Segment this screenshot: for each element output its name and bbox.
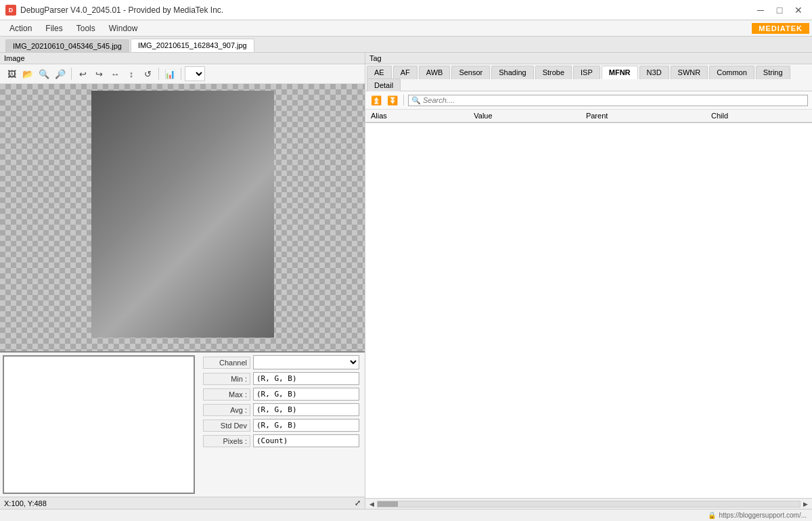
pixels-row: Pixels : (203, 434, 359, 447)
tab-ae[interactable]: AE (367, 66, 392, 79)
content-area: Image 🖼 📂 🔍 🔎 ↩ ↪ ↔ ↕ ↺ 📊 (0, 53, 812, 509)
app-icon: D (5, 5, 16, 16)
menu-files[interactable]: Files (39, 22, 69, 35)
min-row: Min : (203, 372, 359, 385)
image-label: Image (0, 53, 365, 64)
mediatek-logo: MEDIATEK (752, 23, 809, 34)
tool-flip-v-btn[interactable]: ↕ (124, 66, 139, 81)
tag-tabs: AE AF AWB Sensor Shading Strobe ISP MFNR… (365, 64, 812, 91)
menu-tools[interactable]: Tools (70, 22, 102, 35)
scrollbar-thumb (378, 501, 398, 507)
channel-label: Channel (203, 357, 250, 369)
channel-select[interactable] (253, 355, 359, 369)
collapse-all-btn[interactable]: ⏫ (369, 93, 383, 107)
col-value: Value (468, 110, 581, 122)
tab-n3d[interactable]: N3D (639, 66, 669, 79)
image-toolbar: 🖼 📂 🔍 🔎 ↩ ↪ ↔ ↕ ↺ 📊 (0, 64, 365, 84)
close-button[interactable]: ✕ (790, 3, 807, 17)
tab-mfnr[interactable]: MFNR (602, 66, 638, 79)
file-tab-0[interactable]: IMG_20210610_045346_545.jpg (5, 39, 129, 52)
horizontal-scrollbar[interactable] (377, 501, 800, 507)
coord-bar: X:100, Y:488 ⤢ (0, 497, 365, 509)
tool-histogram-btn[interactable]: 📊 (162, 66, 177, 81)
resize-icon: ⤢ (355, 499, 361, 507)
max-row: Max : (203, 388, 359, 401)
search-input[interactable] (423, 96, 805, 104)
scroll-right-arrow[interactable]: ▶ (803, 501, 808, 507)
scroll-left-arrow[interactable]: ◀ (369, 501, 374, 507)
image-canvas[interactable] (0, 84, 365, 351)
tab-awb[interactable]: AWB (419, 66, 451, 79)
min-label: Min : (203, 373, 250, 385)
channel-row: Channel (203, 355, 359, 369)
status-bar: 🔒 https://bloggersupport.com/... (0, 509, 812, 521)
menu-window[interactable]: Window (102, 22, 145, 35)
tag-bottom-bar: ◀ ▶ (365, 498, 812, 509)
status-url: https://bloggersupport.com/... (719, 512, 807, 519)
search-box[interactable]: 🔍 (408, 95, 808, 106)
tool-rotate-right-btn[interactable]: ↪ (91, 66, 106, 81)
tab-swnr[interactable]: SWNR (671, 66, 708, 79)
tag-separator (403, 95, 404, 106)
avg-label: Avg : (203, 404, 250, 416)
tab-strobe[interactable]: Strobe (535, 66, 572, 79)
avg-row: Avg : (203, 403, 359, 416)
maximize-button[interactable]: □ (771, 3, 788, 17)
minimize-button[interactable]: ─ (752, 3, 769, 17)
tool-rotate-left-btn[interactable]: ↩ (75, 66, 90, 81)
menubar: Action Files Tools Window MEDIATEK (0, 20, 812, 37)
tag-toolbar: ⏫ ⏬ 🔍 (365, 91, 812, 110)
main-layout: IMG_20210610_045346_545.jpg IMG_20210615… (0, 37, 812, 521)
pixels-label: Pixels : (203, 435, 250, 447)
right-panel: Tag AE AF AWB Sensor Shading Strobe ISP … (365, 53, 812, 509)
coord-text: X:100, Y:488 (4, 499, 47, 507)
tool-separator-1 (71, 68, 72, 80)
max-input[interactable] (253, 388, 359, 401)
thumbnail (3, 355, 195, 494)
tool-open-btn[interactable]: 🖼 (4, 66, 19, 81)
max-label: Max : (203, 388, 250, 401)
tool-zoom-out-btn[interactable]: 🔎 (53, 66, 68, 81)
tab-common[interactable]: Common (709, 66, 754, 79)
min-input[interactable] (253, 372, 359, 385)
window-controls: ─ □ ✕ (752, 3, 807, 17)
tool-reset-btn[interactable]: ↺ (140, 66, 155, 81)
tab-shading[interactable]: Shading (491, 66, 533, 79)
expand-all-btn[interactable]: ⏬ (386, 93, 399, 107)
tab-isp[interactable]: ISP (573, 66, 600, 79)
stats-panel: Channel Min : Max : (0, 351, 365, 497)
stddev-label: Std Dev (203, 420, 250, 432)
data-table: Alias Value Parent Child (365, 110, 812, 123)
tag-label: Tag (365, 53, 812, 64)
tool-separator-2 (158, 68, 159, 80)
tool-zoom-in-btn[interactable]: 🔍 (37, 66, 51, 81)
status-icon: 🔒 (708, 512, 716, 519)
tab-af[interactable]: AF (393, 66, 418, 79)
zoom-dropdown[interactable] (185, 66, 205, 81)
tab-detail[interactable]: Detail (367, 78, 401, 91)
titlebar: D DebugParser V4.0_2045.01 - Provided by… (0, 0, 812, 20)
tool-separator-3 (181, 68, 181, 80)
menu-action[interactable]: Action (3, 22, 39, 35)
tab-string[interactable]: String (756, 66, 790, 79)
tab-sensor[interactable]: Sensor (451, 66, 490, 79)
col-alias: Alias (365, 110, 468, 122)
stats-form: Channel Min : Max : (198, 353, 365, 497)
stddev-input[interactable] (253, 419, 359, 432)
search-icon: 🔍 (411, 96, 421, 105)
stddev-row: Std Dev (203, 419, 359, 432)
left-panel: Image 🖼 📂 🔍 🔎 ↩ ↪ ↔ ↕ ↺ 📊 (0, 53, 365, 509)
tag-table[interactable]: Alias Value Parent Child (365, 110, 812, 498)
file-tabs: IMG_20210610_045346_545.jpg IMG_20210615… (0, 37, 812, 53)
tool-folder-btn[interactable]: 📂 (20, 66, 35, 81)
title-text: DebugParser V4.0_2045.01 - Provided by M… (20, 5, 752, 15)
pixels-input[interactable] (253, 434, 359, 447)
main-image (91, 91, 274, 338)
col-parent: Parent (581, 110, 706, 122)
file-tab-1[interactable]: IMG_20210615_162843_907.jpg (131, 39, 254, 52)
avg-input[interactable] (253, 403, 359, 416)
tool-flip-h-btn[interactable]: ↔ (108, 66, 122, 81)
col-child: Child (706, 110, 812, 122)
table-header: Alias Value Parent Child (365, 110, 812, 122)
header-row: Alias Value Parent Child (365, 110, 812, 122)
